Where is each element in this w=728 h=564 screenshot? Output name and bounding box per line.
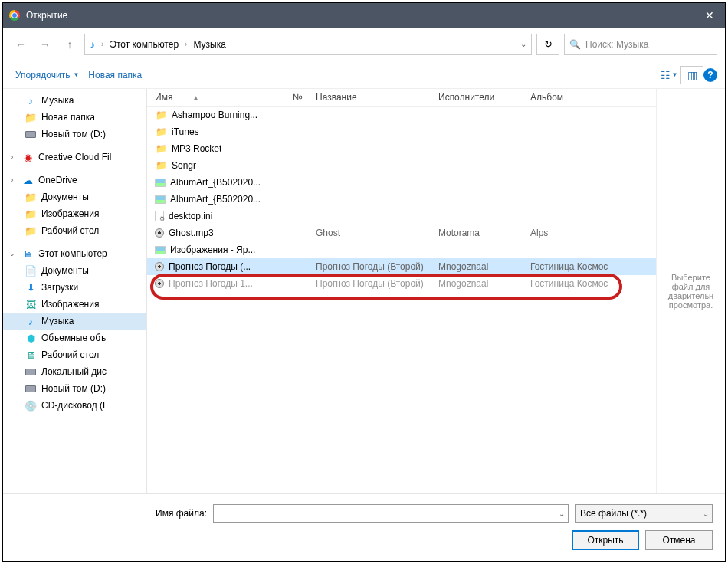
open-button[interactable]: Открыть <box>572 530 639 550</box>
search-placeholder: Поиск: Музыка <box>585 39 648 50</box>
file-row[interactable]: Songr <box>147 157 656 174</box>
help-icon[interactable]: ? <box>703 68 717 82</box>
preview-pane: Выберите файл для дварительн просмотра. <box>656 89 725 493</box>
preview-text: Выберите файл для дварительн просмотра. <box>661 273 720 310</box>
search-icon: 🔍 <box>569 39 581 50</box>
chevron-down-icon[interactable]: ⌄ <box>520 40 526 48</box>
file-row[interactable]: Прогноз Погоды (...Прогноз Погоды (Второ… <box>147 258 656 275</box>
sidebar-item[interactable]: Локальный дис <box>3 363 146 380</box>
file-row[interactable]: AlbumArt_{B502020... <box>147 174 656 191</box>
chevron-right-icon: › <box>182 40 190 48</box>
sidebar-item[interactable]: Новый том (D:) <box>3 380 146 397</box>
col-num[interactable]: № <box>293 92 316 103</box>
music-icon: ♪ <box>90 38 95 51</box>
sidebar-item[interactable]: ⬇Загрузки <box>3 279 146 296</box>
sidebar-item[interactable]: 🖥Рабочий стол <box>3 346 146 363</box>
breadcrumb[interactable]: ♪ › Этот компьютер › Музыка ⌄ <box>84 34 532 55</box>
sidebar-item[interactable]: Изображения <box>3 205 146 222</box>
nav-row: ← → ↑ ♪ › Этот компьютер › Музыка ⌄ ↻ 🔍 … <box>3 28 725 61</box>
window-title: Открытие <box>26 10 67 21</box>
sidebar-item[interactable]: Новая папка <box>3 109 146 126</box>
filename-input[interactable]: ⌄ <box>213 504 569 523</box>
main-area: Имя▲ № Название Исполнители Альбом Asham… <box>147 89 725 493</box>
col-album[interactable]: Альбом <box>530 92 638 103</box>
chevron-right-icon: › <box>98 40 107 48</box>
file-row[interactable]: MP3 Rocket <box>147 140 656 157</box>
sidebar-item[interactable]: Рабочий стол <box>3 222 146 239</box>
newfolder-button[interactable]: Новая папка <box>84 67 146 84</box>
back-button[interactable]: ← <box>11 34 31 54</box>
chrome-icon <box>9 10 20 21</box>
bottom-bar: Имя файла: ⌄ Все файлы (*.*) ⌄ Открыть О… <box>3 493 725 561</box>
file-row[interactable]: Изображения - Яр... <box>147 241 656 258</box>
chevron-down-icon[interactable]: ⌄ <box>703 510 709 518</box>
file-list-area: Имя▲ № Название Исполнители Альбом Asham… <box>147 89 656 493</box>
sidebar: ♪МузыкаНовая папкаНовый том (D:)›◉Creati… <box>3 89 147 493</box>
search-input[interactable]: 🔍 Поиск: Музыка <box>564 34 717 55</box>
cancel-button[interactable]: Отмена <box>645 530 713 550</box>
refresh-button[interactable]: ↻ <box>536 34 559 55</box>
file-row[interactable]: Ashampoo Burning... <box>147 107 656 123</box>
file-row[interactable]: AlbumArt_{B502020... <box>147 191 656 208</box>
organize-button[interactable]: Упорядочить▼ <box>11 67 84 84</box>
sidebar-item[interactable]: ›◉Creative Cloud Fil <box>3 149 146 166</box>
up-button[interactable]: ↑ <box>60 34 80 54</box>
sidebar-item[interactable]: ♪Музыка <box>3 92 146 109</box>
sidebar-item[interactable]: 🖼Изображения <box>3 296 146 313</box>
titlebar: Открытие ✕ <box>3 3 725 28</box>
sidebar-item[interactable]: ›☁OneDrive <box>3 172 146 189</box>
preview-pane-button[interactable]: ▥ <box>680 66 703 84</box>
sidebar-item[interactable]: ⬢Объемные объ <box>3 330 146 346</box>
file-row[interactable]: Ghost.mp3GhostMotoramaAlps <box>147 225 656 241</box>
forward-button[interactable]: → <box>35 34 55 54</box>
sort-asc-icon: ▲ <box>192 94 198 101</box>
sidebar-item[interactable]: ⌄🖥Этот компьютер <box>3 245 146 262</box>
col-title[interactable]: Название <box>316 92 438 103</box>
col-artist[interactable]: Исполнители <box>438 92 530 103</box>
chevron-down-icon[interactable]: ⌄ <box>559 510 565 518</box>
sidebar-item[interactable]: Новый том (D:) <box>3 126 146 143</box>
view-button[interactable]: ☷ ▼ <box>657 66 680 84</box>
filetype-filter[interactable]: Все файлы (*.*) ⌄ <box>575 504 713 523</box>
sidebar-item[interactable]: 📄Документы <box>3 262 146 279</box>
file-row[interactable]: iTunes <box>147 123 656 140</box>
breadcrumb-root[interactable]: Этот компьютер <box>110 39 179 50</box>
filename-label: Имя файла: <box>15 508 207 519</box>
dialog-window: Открытие ✕ ← → ↑ ♪ › Этот компьютер › Му… <box>2 2 726 562</box>
sidebar-item[interactable]: Документы <box>3 189 146 205</box>
close-icon[interactable]: ✕ <box>700 9 719 21</box>
file-row[interactable]: desktop.ini <box>147 208 656 225</box>
column-headers: Имя▲ № Название Исполнители Альбом <box>147 89 656 107</box>
sidebar-item[interactable]: ♪Музыка <box>3 313 146 330</box>
col-name[interactable]: Имя▲ <box>155 92 293 103</box>
breadcrumb-current[interactable]: Музыка <box>193 39 225 50</box>
dialog-body: ♪МузыкаНовая папкаНовый том (D:)›◉Creati… <box>3 89 725 493</box>
toolbar: Упорядочить▼ Новая папка ☷ ▼ ▥ ? <box>3 61 725 89</box>
file-row[interactable]: Прогноз Погоды 1...Прогноз Погоды (Второ… <box>147 275 656 292</box>
sidebar-item[interactable]: 💿CD-дисковод (F <box>3 397 146 414</box>
